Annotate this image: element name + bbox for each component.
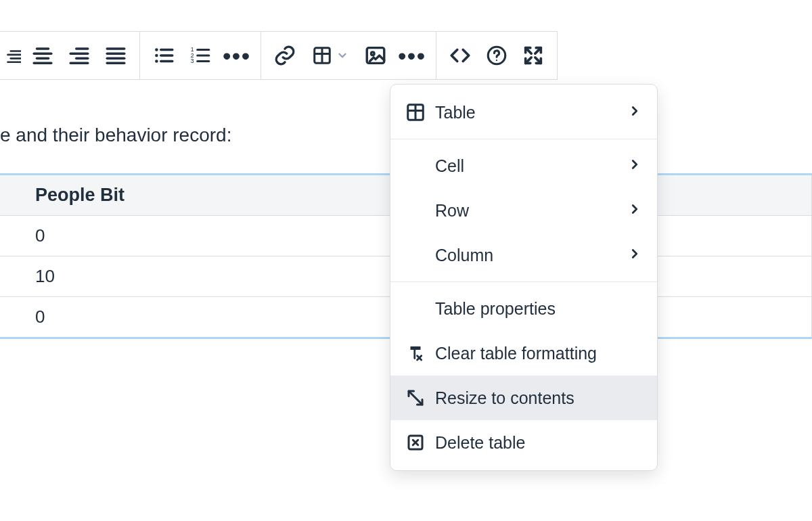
menu-label: Column xyxy=(435,246,627,265)
svg-point-18 xyxy=(155,54,158,58)
menu-item-cell[interactable]: Cell xyxy=(390,143,657,188)
align-right-button[interactable] xyxy=(61,37,97,74)
table-context-menu: Table Cell Row Column Table properties xyxy=(390,84,658,471)
chevron-right-icon xyxy=(627,201,642,221)
code-button[interactable] xyxy=(442,37,478,74)
align-justify-button[interactable] xyxy=(97,37,134,74)
align-right-icon xyxy=(68,44,91,67)
align-left-icon xyxy=(3,44,21,67)
toolbar: 1 2 3 ••• xyxy=(0,31,812,80)
menu-label: Delete table xyxy=(435,433,642,453)
numbered-list-icon: 1 2 3 xyxy=(189,44,212,67)
table-button[interactable] xyxy=(303,37,357,74)
chevron-down-icon xyxy=(336,49,348,62)
menu-label: Table xyxy=(435,103,627,122)
menu-item-table-properties[interactable]: Table properties xyxy=(390,286,657,331)
chevron-right-icon xyxy=(627,103,642,122)
help-icon xyxy=(485,44,508,67)
menu-label: Resize to contents xyxy=(435,388,642,408)
menu-label: Table properties xyxy=(435,299,642,319)
insert-group: ••• xyxy=(261,31,436,80)
delete-icon xyxy=(405,432,435,453)
image-icon xyxy=(364,44,387,67)
bullet-list-icon xyxy=(152,44,175,67)
align-center-button[interactable] xyxy=(24,37,61,74)
svg-line-42 xyxy=(409,391,422,405)
table-icon xyxy=(312,45,332,66)
menu-separator xyxy=(390,139,657,139)
more-list-button[interactable]: ••• xyxy=(219,37,255,74)
menu-label: Cell xyxy=(435,156,627,176)
menu-label: Clear table formatting xyxy=(435,344,642,363)
numbered-list-button[interactable]: 1 2 3 xyxy=(182,37,219,74)
link-button[interactable] xyxy=(267,37,303,74)
menu-item-delete-table[interactable]: Delete table xyxy=(390,420,657,465)
align-group xyxy=(0,31,140,80)
svg-point-20 xyxy=(155,60,158,63)
menu-item-resize[interactable]: Resize to contents xyxy=(390,376,657,420)
svg-point-34 xyxy=(496,60,497,61)
menu-item-clear-formatting[interactable]: Clear table formatting xyxy=(390,331,657,376)
fullscreen-icon xyxy=(522,44,545,67)
more-insert-button[interactable]: ••• xyxy=(394,37,430,74)
menu-label: Row xyxy=(435,201,627,221)
list-group: 1 2 3 ••• xyxy=(140,31,261,80)
image-button[interactable] xyxy=(357,37,394,74)
align-justify-icon xyxy=(104,44,127,67)
fullscreen-button[interactable] xyxy=(515,37,551,74)
clear-formatting-icon xyxy=(405,343,435,363)
ellipsis-icon: ••• xyxy=(223,44,251,67)
table-icon xyxy=(405,102,435,122)
svg-text:3: 3 xyxy=(191,58,194,64)
tools-group xyxy=(436,31,558,80)
help-button[interactable] xyxy=(478,37,515,74)
svg-point-16 xyxy=(155,48,158,51)
menu-item-table[interactable]: Table xyxy=(390,90,657,135)
link-icon xyxy=(273,44,296,67)
code-icon xyxy=(449,44,472,67)
ellipsis-icon: ••• xyxy=(398,44,426,67)
resize-icon xyxy=(405,388,435,408)
menu-item-column[interactable]: Column xyxy=(390,233,657,277)
svg-point-32 xyxy=(371,52,374,55)
chevron-right-icon xyxy=(627,156,642,176)
align-center-icon xyxy=(31,44,54,67)
menu-item-row[interactable]: Row xyxy=(390,188,657,233)
chevron-right-icon xyxy=(627,246,642,265)
menu-separator xyxy=(390,281,657,282)
align-left-button[interactable] xyxy=(0,37,24,74)
bullet-list-button[interactable] xyxy=(145,37,182,74)
